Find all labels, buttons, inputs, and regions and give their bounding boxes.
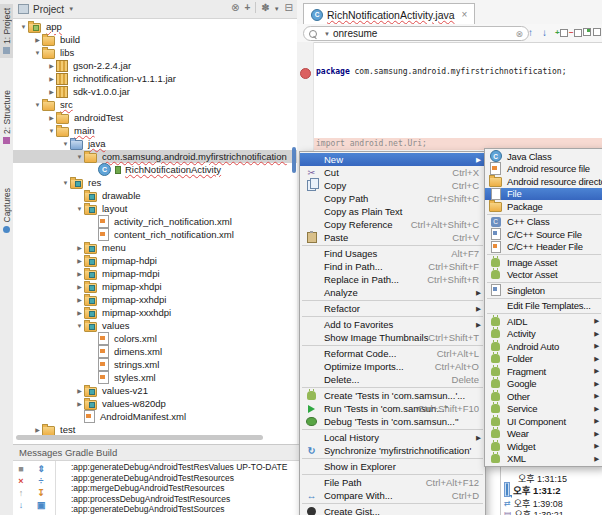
tree-item-sdk-jar[interactable]: ▶sdk-v1.0.0.jar	[13, 85, 297, 98]
search-history-chevron-icon[interactable]: ▼	[324, 31, 330, 37]
submenu-item-google[interactable]: Google▶	[485, 378, 602, 391]
menu-item-show-image-thumbnails[interactable]: Show Image ThumbnailsCtrl+Shift+T	[300, 331, 485, 344]
submenu-item-package[interactable]: Package	[485, 200, 602, 213]
menu-item-file-path[interactable]: File PathCtrl+Alt+F12	[300, 476, 485, 489]
next-message-icon[interactable]: ↓	[15, 500, 27, 510]
tree-item-build[interactable]: ▶build	[13, 33, 297, 46]
menu-item-replace-in-path[interactable]: Replace in Path...Ctrl+Shift+R	[300, 273, 485, 286]
submenu-item-folder[interactable]: Folder▶	[485, 353, 602, 366]
menu-item-show-in-explorer[interactable]: Show in Explorer	[300, 460, 485, 473]
submenu-item-aidl[interactable]: AIDL▶	[485, 315, 602, 328]
scroll-to-end-icon[interactable]: ▣	[35, 500, 47, 510]
tree-item-mipmap-mdpi[interactable]: ▶mipmap-mdpi	[13, 267, 297, 280]
menu-item-add-to-favorites[interactable]: Add to Favorites▶	[300, 318, 485, 331]
submenu-item-image-asset[interactable]: Image Asset	[485, 256, 602, 269]
menu-item-local-history[interactable]: Local History▶	[300, 431, 485, 444]
menu-item-new[interactable]: New▶	[300, 153, 485, 166]
menu-item-delete[interactable]: Delete...Delete	[300, 373, 485, 386]
tree-item-src[interactable]: ▼src	[13, 98, 297, 111]
tree-item-activity-xml[interactable]: activity_rich_notification.xml	[13, 215, 297, 228]
previous-message-icon[interactable]: ↑	[15, 488, 27, 498]
menu-item-analyze[interactable]: Analyze▶	[300, 286, 485, 299]
close-tab-icon[interactable]: ×	[462, 9, 468, 20]
tab-richnotificationactivity[interactable]: C RichNotificationActivity.java ×	[303, 3, 475, 25]
tree-item-richnotification-jar[interactable]: ▶richnotification-v1.1.1.jar	[13, 72, 297, 85]
event-log-row[interactable]: 오후 1:31:2	[504, 482, 561, 497]
submenu-item-android-resource-file[interactable]: Android resource file	[485, 163, 602, 176]
submenu-item-fragment[interactable]: Fragment▶	[485, 365, 602, 378]
tree-item-styles-xml[interactable]: styles.xml	[13, 371, 297, 384]
tree-item-colors-xml[interactable]: colors.xml	[13, 332, 297, 345]
tree-item-content-xml[interactable]: content_rich_notification.xml	[13, 228, 297, 241]
tree-vertical-scrollbar[interactable]	[292, 147, 296, 173]
tree-item-dimens-xml[interactable]: dimens.xml	[13, 345, 297, 358]
menu-item-create-gist[interactable]: Create Gist...	[300, 505, 485, 515]
tree-item-mipmap-xxxhdpi[interactable]: ▶mipmap-xxxhdpi	[13, 306, 297, 319]
tree-item-values[interactable]: ▼values	[13, 319, 297, 332]
menu-item-find-in-path[interactable]: Find in Path...Ctrl+Shift+F	[300, 260, 485, 273]
collapse-all-icon[interactable]: ⊗	[231, 2, 239, 13]
next-occurrence-icon[interactable]: ↓	[542, 27, 547, 38]
submenu-item-cpp-header-file[interactable]: C/C++ Header File	[485, 241, 602, 254]
submenu-item-other[interactable]: Other▶	[485, 390, 602, 403]
submenu-item-singleton[interactable]: Singleton	[485, 284, 602, 297]
tree-item-mipmap-xxhdpi[interactable]: ▶mipmap-xxhdpi	[13, 293, 297, 306]
expand-all-icon[interactable]: ⇕	[35, 464, 47, 474]
stop-build-icon[interactable]: ■	[15, 464, 27, 474]
tree-item-drawable[interactable]: drawable	[13, 189, 297, 202]
tool-button-captures[interactable]: Captures	[0, 184, 13, 237]
tree-item-strings-xml[interactable]: strings.xml	[13, 358, 297, 371]
settings-gear-icon[interactable]: ✽▼	[261, 2, 279, 13]
tree-item-values-w820dp[interactable]: ▶values-w820dp	[13, 397, 297, 410]
tree-item-androidmanifest[interactable]: AndroidManifest.xml	[13, 410, 297, 423]
tree-item-libs[interactable]: ▼libs	[13, 46, 297, 59]
menu-item-copy-reference[interactable]: Copy ReferenceCtrl+Alt+Shift+C	[300, 218, 485, 231]
tree-item-package-com-samsung[interactable]: ▼com.samsung.android.myfirstrichnotifica…	[13, 150, 297, 163]
submenu-item-service[interactable]: Service▶	[485, 403, 602, 416]
hide-panel-icon[interactable]: ⊟	[285, 2, 293, 13]
submenu-item-vector-asset[interactable]: Vector Asset	[485, 269, 602, 282]
chevron-down-icon[interactable]: ▼	[68, 6, 74, 12]
event-bubble-icon[interactable]	[504, 482, 510, 497]
submenu-item-cpp-class[interactable]: CC++ Class	[485, 216, 602, 229]
remove-occurrence-icon[interactable]: −	[569, 28, 582, 37]
select-all-occurrences-icon[interactable]	[583, 28, 591, 36]
locate-file-icon[interactable]: +	[244, 2, 250, 13]
tree-item-res[interactable]: ▼res	[13, 176, 297, 189]
submenu-item-android-resource-directory[interactable]: Android resource directory	[485, 175, 602, 188]
menu-item-optimize-imports[interactable]: Optimize Imports...Ctrl+Alt+O	[300, 360, 485, 373]
menu-item-reformat-code[interactable]: Reformat Code...Ctrl+Alt+L	[300, 347, 485, 360]
breakpoint-icon[interactable]	[300, 68, 311, 79]
previous-occurrence-icon[interactable]: ↑	[528, 27, 533, 38]
tree-item-main[interactable]: ▼main	[13, 124, 297, 137]
export-log-icon[interactable]: ↧	[35, 488, 47, 498]
menu-item-cut[interactable]: ✂CutCtrl+X	[300, 166, 485, 179]
submenu-item-edit-file-templates[interactable]: Edit File Templates...	[485, 300, 602, 313]
tree-horizontal-scrollbar[interactable]	[16, 435, 263, 440]
menu-item-find-usages[interactable]: Find UsagesAlt+F7	[300, 247, 485, 260]
menu-item-copy-as-plain-text[interactable]: Copy as Plain Text	[300, 205, 485, 218]
tree-item-app[interactable]: ▼app	[13, 20, 297, 33]
tree-item-richnotificationactivity[interactable]: CRichNotificationActivity	[13, 163, 297, 176]
event-log-row[interactable]: ▤오후 1:39:21	[504, 508, 564, 515]
add-occurrence-icon[interactable]: +	[555, 28, 568, 37]
submenu-item-wear[interactable]: Wear▶	[485, 428, 602, 441]
clear-search-icon[interactable]: ⊗	[515, 29, 523, 39]
tool-button-project[interactable]: 1: Project	[0, 4, 13, 58]
menu-item-create-tests[interactable]: Create 'Tests in 'com.samsun...'...	[300, 389, 485, 402]
tree-item-gson-jar[interactable]: ▶gson-2.2.4.jar	[13, 59, 297, 72]
menu-item-synchronize[interactable]: ↻Synchronize 'myfirstrichnotification'	[300, 444, 485, 457]
submenu-item-cpp-source-file[interactable]: C/C++ Source File	[485, 228, 602, 241]
submenu-item-file[interactable]: File	[485, 188, 602, 201]
tree-item-androidtest[interactable]: ▶androidTest	[13, 111, 297, 124]
menu-item-copy-path[interactable]: Copy PathCtrl+Shift+C	[300, 192, 485, 205]
submenu-item-activity[interactable]: Activity▶	[485, 328, 602, 341]
tree-item-values-v21[interactable]: ▶values-v21	[13, 384, 297, 397]
tree-item-mipmap-hdpi[interactable]: ▶mipmap-hdpi	[13, 254, 297, 267]
submenu-item-widget[interactable]: Widget▶	[485, 440, 602, 453]
menu-item-refactor[interactable]: Refactor▶	[300, 302, 485, 315]
search-input[interactable]: ▼ onresume ⊗	[303, 26, 529, 41]
submenu-item-ui-component[interactable]: UI Component▶	[485, 415, 602, 428]
filter-search-icon[interactable]	[593, 28, 601, 36]
tree-item-mipmap-xhdpi[interactable]: ▶mipmap-xhdpi	[13, 280, 297, 293]
